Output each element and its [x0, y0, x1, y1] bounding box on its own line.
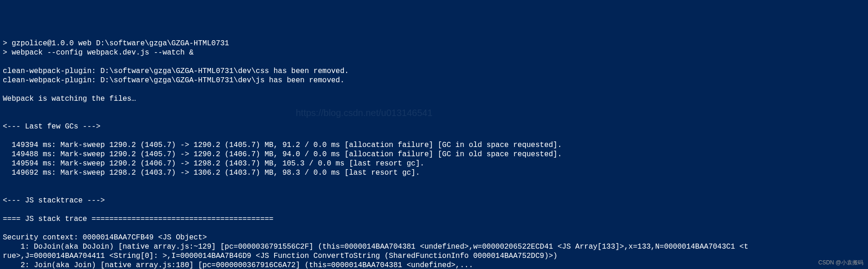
terminal-line: 149394 ms: Mark-sweep 1290.2 (1405.7) ->…: [3, 141, 865, 150]
terminal-line: 149488 ms: Mark-sweep 1290.2 (1405.7) ->…: [3, 150, 865, 159]
terminal-line: <--- JS stacktrace --->: [3, 196, 865, 205]
terminal-line: [3, 205, 865, 214]
attribution-text: CSDN @小袁搬码: [818, 259, 863, 266]
terminal-line: [3, 57, 865, 67]
terminal-output[interactable]: > gzpolice@1.0.0 web D:\software\gzga\GZ…: [3, 39, 865, 269]
terminal-line: > webpack --config webpack.dev.js --watc…: [3, 48, 865, 57]
terminal-line: clean-webpack-plugin: D:\software\gzga\G…: [3, 76, 865, 85]
terminal-line: 149594 ms: Mark-sweep 1290.2 (1406.7) ->…: [3, 159, 865, 168]
terminal-line: Security context: 0000014BAA7CFB49 <JS O…: [3, 233, 865, 242]
terminal-line: 1: DoJoin(aka DoJoin) [native array.js:~…: [3, 242, 865, 251]
terminal-line: 149692 ms: Mark-sweep 1298.2 (1403.7) ->…: [3, 168, 865, 177]
terminal-line: [3, 177, 865, 187]
terminal-line: Webpack is watching the files…: [3, 94, 865, 104]
terminal-line: [3, 131, 865, 141]
terminal-line: [3, 85, 865, 94]
terminal-line: clean-webpack-plugin: D:\software\gzga\G…: [3, 67, 865, 76]
terminal-line: > gzpolice@1.0.0 web D:\software\gzga\GZ…: [3, 39, 865, 48]
terminal-line: 2: Join(aka Join) [native array.js:180] …: [3, 261, 865, 269]
terminal-line: [3, 224, 865, 233]
terminal-line: <--- Last few GCs --->: [3, 122, 865, 131]
terminal-line: [3, 113, 865, 122]
terminal-line: [3, 187, 865, 196]
terminal-line: ==== JS stack trace ====================…: [3, 214, 865, 224]
terminal-line: [3, 104, 865, 113]
terminal-line: rue>,J=0000014BAA704411 <String[0]: >,I=…: [3, 251, 865, 261]
